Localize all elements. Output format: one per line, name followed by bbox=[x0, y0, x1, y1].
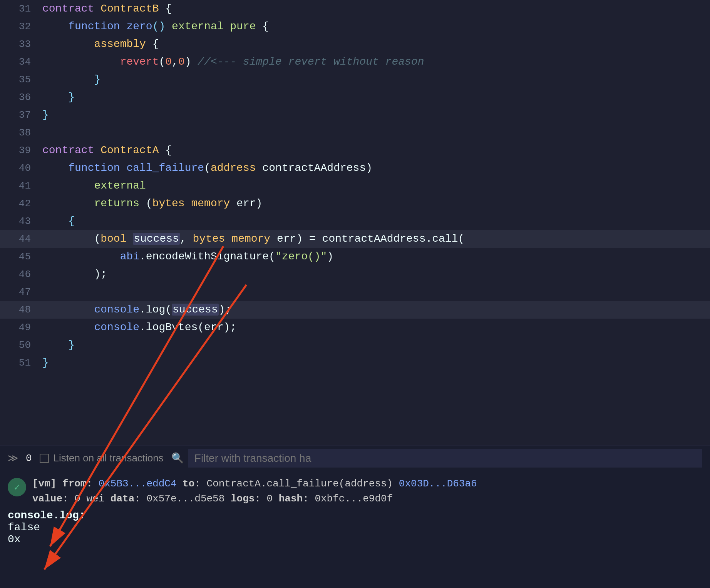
line-content: (bool success, bytes memory err) = contr… bbox=[42, 230, 702, 248]
code-token: console bbox=[94, 321, 139, 333]
code-token: ); bbox=[42, 268, 107, 280]
code-token: contract bbox=[42, 3, 94, 15]
code-token: assembly bbox=[94, 38, 146, 50]
code-token bbox=[230, 197, 236, 209]
code-token bbox=[120, 162, 127, 174]
code-line: 38 bbox=[0, 124, 710, 142]
tx-hash: 0xbfc...e9d0f bbox=[315, 493, 393, 504]
line-content: } bbox=[42, 106, 702, 124]
code-token: , bbox=[172, 56, 178, 68]
line-number: 33 bbox=[8, 35, 31, 53]
code-line: 39contract ContractA { bbox=[0, 142, 710, 159]
code-token bbox=[126, 233, 133, 245]
filter-input[interactable] bbox=[188, 449, 702, 468]
from-addr: 0x5B3...eddC4 bbox=[99, 478, 177, 489]
code-token: external bbox=[172, 20, 223, 32]
line-content: { bbox=[42, 212, 702, 230]
line-number: 48 bbox=[8, 301, 31, 319]
code-token bbox=[42, 74, 94, 85]
code-line: 44 (bool success, bytes memory err) = co… bbox=[0, 230, 710, 248]
code-token: ) bbox=[366, 162, 372, 174]
line-number: 37 bbox=[8, 106, 31, 124]
line-content: revert(0,0) //<--- simple revert without… bbox=[42, 53, 702, 71]
code-line: 33 assembly { bbox=[0, 35, 710, 53]
code-line: 50 } bbox=[0, 336, 710, 354]
code-token: bytes bbox=[152, 197, 185, 209]
code-token: ( bbox=[139, 197, 152, 209]
code-line: 40 function call_failure(address contrac… bbox=[0, 159, 710, 177]
code-token bbox=[42, 38, 94, 50]
code-token bbox=[42, 56, 120, 68]
code-token: console bbox=[94, 304, 139, 316]
code-token bbox=[42, 20, 68, 32]
code-token: function bbox=[68, 162, 120, 174]
code-token: .log( bbox=[139, 304, 172, 316]
code-token bbox=[165, 20, 172, 32]
line-content: returns (bytes memory err) bbox=[42, 195, 702, 212]
code-token: } bbox=[68, 91, 75, 103]
code-line: 37} bbox=[0, 106, 710, 124]
code-token: "zero()" bbox=[275, 251, 327, 262]
code-line: 36 } bbox=[0, 89, 710, 106]
code-token: ContractA bbox=[100, 144, 159, 156]
code-token bbox=[94, 144, 100, 156]
line-number: 31 bbox=[8, 0, 31, 18]
code-token: external bbox=[94, 180, 146, 192]
code-token bbox=[42, 321, 94, 333]
line-number: 35 bbox=[8, 71, 31, 89]
line-number: 36 bbox=[8, 89, 31, 106]
code-token: address bbox=[211, 162, 256, 174]
code-token: ( bbox=[42, 233, 100, 245]
highlighted-token: success bbox=[133, 233, 180, 245]
code-token: ); bbox=[219, 304, 232, 316]
code-token: 0 bbox=[165, 56, 172, 68]
code-token: revert bbox=[120, 56, 159, 68]
tx-value: 0 wei bbox=[74, 493, 104, 504]
line-content: function call_failure(address contractAA… bbox=[42, 159, 702, 177]
line-content: } bbox=[42, 354, 702, 372]
highlighted-token: success bbox=[172, 304, 219, 316]
line-number: 45 bbox=[8, 248, 31, 266]
code-token: //<--- simple revert without reason bbox=[198, 56, 424, 68]
code-line: 34 revert(0,0) //<--- simple revert with… bbox=[0, 53, 710, 71]
code-line: 35 } bbox=[0, 71, 710, 89]
tx-data: 0x57e...d5e58 bbox=[146, 493, 224, 504]
line-number: 41 bbox=[8, 177, 31, 195]
code-token: } bbox=[42, 357, 49, 369]
console-log-1-label: console.log: bbox=[8, 509, 702, 521]
line-number: 49 bbox=[8, 319, 31, 336]
code-line: 31contract ContractB { bbox=[0, 0, 710, 18]
code-token: err bbox=[277, 233, 296, 245]
line-content: console.log(success); bbox=[42, 301, 702, 319]
line-content: } bbox=[42, 71, 702, 89]
code-token: pure bbox=[230, 20, 256, 32]
line-number: 44 bbox=[8, 230, 31, 248]
line-number: 43 bbox=[8, 212, 31, 230]
code-token: { bbox=[146, 38, 159, 50]
code-token: call_failure bbox=[126, 162, 204, 174]
code-token: ) bbox=[185, 56, 191, 68]
code-token bbox=[42, 162, 68, 174]
code-token bbox=[42, 304, 94, 316]
line-content: external bbox=[42, 177, 702, 195]
code-token: memory bbox=[231, 233, 270, 245]
line-content: } bbox=[42, 89, 702, 106]
line-number: 51 bbox=[8, 354, 31, 372]
code-token: ( bbox=[204, 162, 211, 174]
code-token: { bbox=[159, 3, 172, 15]
code-token: .logBytes(err); bbox=[139, 321, 236, 333]
chevron-icon: ≫ bbox=[8, 452, 18, 464]
code-token: .encodeWithSignature( bbox=[139, 251, 275, 262]
code-line: 42 returns (bytes memory err) bbox=[0, 195, 710, 212]
console-log-1-value: false bbox=[8, 521, 702, 533]
line-content: contract ContractB { bbox=[42, 0, 702, 18]
to-addr: 0x03D...D63a6 bbox=[399, 478, 477, 489]
code-line: 51} bbox=[0, 354, 710, 372]
success-badge: ✓ bbox=[8, 478, 26, 496]
listen-checkbox[interactable] bbox=[40, 454, 49, 463]
code-token: } bbox=[68, 339, 75, 351]
code-token: abi bbox=[120, 251, 139, 262]
code-token bbox=[42, 251, 120, 262]
bottom-bar: ≫ 0 Listen on all transactions 🔍 bbox=[0, 446, 710, 470]
line-number: 38 bbox=[8, 124, 31, 142]
